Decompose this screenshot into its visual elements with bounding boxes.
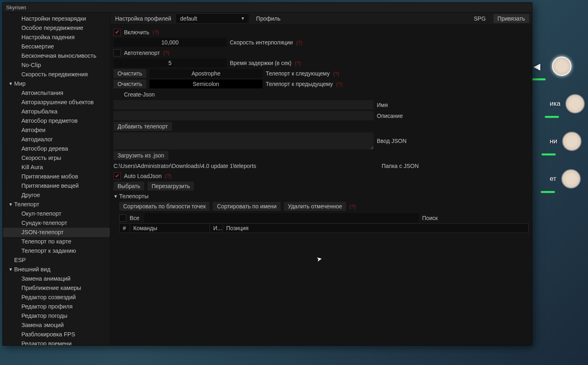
sidebar-item-esp[interactable]: ESP (3, 256, 110, 265)
caret-down-icon: ▼ (113, 194, 119, 199)
sidebar[interactable]: Настройки перезарядки Особое передвижени… (3, 13, 110, 345)
help-icon[interactable]: (?) (349, 203, 356, 210)
sidebar-group-world[interactable]: ▼Мир (3, 79, 110, 88)
sidebar-item[interactable]: Бессмертие (3, 42, 110, 51)
help-icon[interactable]: (?) (165, 173, 171, 179)
sidebar-item-json-teleport[interactable]: JSON-телепорт (3, 228, 110, 237)
help-icon[interactable]: (?) (336, 81, 342, 87)
sidebar-item[interactable]: Настройка падения (3, 33, 110, 42)
help-icon[interactable]: (?) (163, 50, 170, 56)
sidebar-item[interactable]: Притягивание мобов (3, 172, 110, 181)
help-icon[interactable]: (?) (153, 29, 159, 35)
sidebar-group-visual[interactable]: ▼Внешний вид (3, 265, 110, 274)
sidebar-item[interactable]: Автофеи (3, 126, 110, 135)
sidebar-item[interactable]: Редактор погоды (3, 311, 110, 321)
autoload-checkbox[interactable] (113, 172, 121, 180)
key-next-display[interactable]: Apostrophe (149, 69, 262, 78)
party-slot-4[interactable]: ет (550, 169, 585, 189)
desc-input[interactable] (113, 111, 374, 120)
sidebar-item[interactable]: Притягивание вещей (3, 181, 110, 191)
party-arrow-icon[interactable]: ◀ (533, 61, 540, 72)
sidebar-item[interactable]: Особое передвижение (3, 23, 110, 33)
profile-combo[interactable]: default ▼ (176, 14, 249, 23)
delay-input[interactable] (113, 59, 227, 67)
bind-button[interactable]: Привязать (493, 14, 529, 23)
sidebar-item[interactable]: Настройки перезарядки (3, 14, 110, 23)
sidebar-item[interactable]: Телепорт к заданию (3, 246, 110, 256)
desc-label: Описание (377, 113, 403, 119)
sidebar-item[interactable]: Редактор времени (3, 339, 110, 345)
teleports-section-label: Телепорты (119, 193, 149, 199)
autoteleport-checkbox[interactable] (113, 49, 121, 57)
tp-prev-label: Телепорт к предыдущему (266, 81, 333, 87)
clear-next-button[interactable]: Очистить (113, 69, 146, 78)
reload-button[interactable]: Перезагрузить (147, 182, 194, 191)
main-panel: Настройка профилей default ▼ Профиль SPG… (110, 13, 532, 345)
sort-name-button[interactable]: Сортировать по имени (213, 202, 281, 211)
json-path: C:\Users\Administrator\Downloads\4.0 upd… (113, 163, 378, 169)
title-bar[interactable]: Skyrisen (3, 3, 532, 13)
col-i[interactable]: И... (210, 224, 223, 233)
party-slot-3[interactable]: ни (550, 132, 585, 151)
enable-checkbox[interactable] (113, 29, 121, 36)
sidebar-item[interactable]: Автосбор предметов (3, 116, 110, 126)
sidebar-item[interactable]: Скорость передвижения (3, 70, 110, 79)
col-commands[interactable]: Команды (130, 224, 210, 233)
col-num[interactable]: # (120, 224, 130, 233)
content-area: Включить (?) Скорость интерполяции (?) А… (110, 25, 532, 345)
sidebar-item[interactable]: Приближение камеры (3, 283, 110, 293)
sidebar-item[interactable]: Другое (3, 191, 110, 200)
autoload-label: Auto LoadJson (124, 173, 162, 179)
party-label-2: ика (550, 100, 561, 108)
sidebar-item[interactable]: Автодиалог (3, 135, 110, 144)
name-input[interactable] (113, 100, 374, 109)
clear-prev-button[interactable]: Очистить (113, 80, 146, 88)
caret-down-icon: ▼ (8, 80, 14, 88)
sidebar-item[interactable]: Бесконечная выносливость (3, 51, 110, 61)
sidebar-item[interactable]: Скорость игры (3, 153, 110, 163)
help-icon[interactable]: (?) (296, 40, 302, 46)
interp-label: Скорость интерполяции (230, 39, 293, 46)
delete-marked-button[interactable]: Удалить отмеченное (284, 202, 346, 211)
sidebar-item[interactable]: Автоиспытания (3, 88, 110, 98)
sidebar-item[interactable]: Сундук-телепорт (3, 218, 110, 228)
sort-proximity-button[interactable]: Сортировать по близости точек (119, 202, 210, 211)
help-icon[interactable]: (?) (333, 71, 339, 77)
interp-input[interactable] (113, 38, 227, 47)
teleport-search-input[interactable] (144, 213, 419, 222)
profile-value: default (180, 15, 197, 22)
all-label: Все (126, 214, 143, 222)
sidebar-item[interactable]: No-Clip (3, 61, 110, 70)
party-slot-2[interactable]: ика (550, 94, 585, 113)
add-teleport-button[interactable]: Добавить телепорт (113, 122, 172, 131)
create-json-label: Create-Json (124, 91, 155, 98)
sidebar-item[interactable]: Kill Aura (3, 163, 110, 172)
party-label-4: ет (550, 175, 556, 183)
sidebar-item[interactable]: Телепорт по карте (3, 237, 110, 246)
json-input[interactable] (113, 132, 374, 149)
select-button[interactable]: Выбрать (113, 182, 144, 191)
help-icon[interactable]: (?) (295, 60, 301, 66)
party-slot-1[interactable] (550, 57, 585, 76)
window-title: Skyrisen (6, 4, 26, 10)
sidebar-item[interactable]: Разблокировка FPS (3, 330, 110, 339)
teleports-section[interactable]: ▼ Телепорты (113, 191, 529, 201)
profile-settings-label: Настройка профилей (110, 14, 176, 23)
sidebar-item[interactable]: Замена эмоций (3, 321, 110, 330)
name-label: Имя (377, 102, 388, 108)
select-all-checkbox[interactable] (119, 214, 126, 222)
sidebar-item[interactable]: Редактор профиля (3, 302, 110, 311)
sidebar-item[interactable]: Автосбор дерева (3, 144, 110, 153)
load-json-button[interactable]: Загрузить из .json (113, 151, 168, 160)
key-prev-display[interactable]: Semicolon (149, 80, 262, 88)
teleport-table-header: # Команды И... Позиция (119, 223, 529, 233)
party-label-3: ни (550, 137, 557, 145)
sidebar-item[interactable]: Замена анимаций (3, 274, 110, 283)
sidebar-group-teleport[interactable]: ▼Телепорт (3, 200, 110, 209)
sidebar-item[interactable]: Авторазрушение объектов (3, 98, 110, 107)
sidebar-item[interactable]: Окул-телепорт (3, 209, 110, 218)
col-position[interactable]: Позиция (223, 224, 528, 233)
search-label: Поиск (419, 214, 441, 222)
sidebar-item[interactable]: Авторыбалка (3, 107, 110, 116)
sidebar-item[interactable]: Редактор созвездий (3, 293, 110, 302)
